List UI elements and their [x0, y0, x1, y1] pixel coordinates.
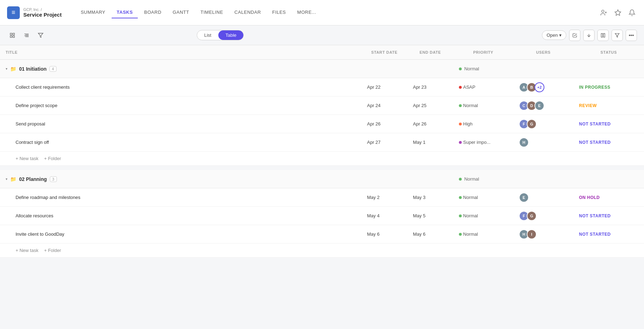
group-title-cell-2: ▾ 📁 02 Planning 3	[0, 173, 361, 186]
status-filter-dropdown[interactable]: Open ▾	[542, 30, 566, 40]
sort-direction-button[interactable]	[583, 30, 595, 41]
nav-summary[interactable]: SUMMARY	[76, 7, 110, 18]
task-end-date: Apr 25	[407, 99, 453, 112]
priority-dot	[459, 86, 462, 89]
task-end-date: May 5	[407, 210, 453, 222]
folder-icon-1: 📁	[10, 66, 16, 72]
task-start-date: May 4	[361, 210, 407, 222]
table-view-button[interactable]: Table	[218, 30, 243, 40]
list-view-button[interactable]: List	[197, 30, 218, 40]
bell-icon[interactable]	[627, 8, 637, 18]
nav-gantt[interactable]: GANTT	[168, 7, 194, 18]
avatar: E	[519, 193, 529, 202]
task-end-date: Apr 26	[407, 118, 453, 130]
group-count-2: 3	[50, 176, 57, 182]
task-title[interactable]: Define project scope	[16, 103, 58, 108]
task-status: NOT STARTED	[573, 210, 644, 222]
nav-timeline[interactable]: TIMELINE	[195, 7, 228, 18]
task-title-cell: Define roadmap and milestones	[0, 191, 361, 204]
task-row: Contract sign off Apr 27 May 1 Super imp…	[0, 133, 644, 152]
tasks-table: TITLE START DATE END DATE PRIORITY USERS…	[0, 45, 644, 258]
col-priority: PRIORITY	[453, 48, 513, 57]
status-filter-chevron: ▾	[559, 33, 562, 38]
task-title[interactable]: Contract sign off	[16, 140, 49, 145]
add-folder-button-2[interactable]: + Folder	[44, 248, 61, 253]
task-title-cell: Invite client to GoodDay	[0, 228, 361, 240]
task-end-date: May 3	[407, 191, 453, 204]
svg-marker-16	[615, 33, 619, 37]
priority-dot	[459, 233, 462, 236]
task-title[interactable]: Invite client to GoodDay	[16, 231, 64, 237]
svg-rect-15	[603, 33, 605, 37]
nav-files[interactable]: FILES	[267, 7, 291, 18]
sort-icon[interactable]	[21, 30, 32, 41]
col-start: START DATE	[361, 48, 407, 57]
group-priority-label-1: Normal	[464, 66, 479, 71]
task-title[interactable]: Define roadmap and milestones	[16, 195, 81, 200]
task-row: Allocate resources May 4 May 5 Normal F …	[0, 207, 644, 225]
task-title[interactable]: Allocate resources	[16, 213, 53, 218]
avatar: G	[527, 119, 537, 129]
task-start-date: Apr 24	[361, 99, 407, 112]
folder-icon-2: 📁	[10, 176, 16, 182]
task-title[interactable]: Send proposal	[16, 121, 45, 127]
view-toggle: List Table	[197, 30, 244, 40]
nav-tasks[interactable]: TASKS	[112, 7, 138, 18]
group-chevron-2[interactable]: ▾	[6, 177, 7, 181]
task-start-date: Apr 26	[361, 118, 407, 130]
avatar: G	[527, 211, 537, 221]
group-chevron-1[interactable]: ▾	[6, 67, 7, 71]
task-users: F G	[513, 116, 573, 133]
priority-label: Normal	[463, 231, 478, 237]
col-users: USERS	[513, 48, 573, 57]
svg-rect-4	[10, 33, 12, 35]
group-divider	[0, 166, 644, 170]
filter-icon[interactable]	[35, 30, 46, 41]
checkbox-filter-button[interactable]	[569, 30, 580, 41]
task-users: H	[513, 134, 573, 151]
group-initiation: ▾ 📁 01 Initiation 4 Normal	[0, 60, 644, 78]
task-title-cell: Send proposal	[0, 118, 361, 130]
task-title[interactable]: Collect client requirements	[16, 84, 70, 90]
nav-calendar[interactable]: CALENDAR	[230, 7, 266, 18]
task-start-date: May 6	[361, 228, 407, 240]
nav-more[interactable]: MORE...	[292, 7, 321, 18]
add-task-button-1[interactable]: + New task	[16, 156, 39, 161]
task-priority: Super impo...	[453, 136, 513, 148]
svg-point-0	[602, 10, 604, 12]
task-status: IN PROGRESS	[573, 81, 644, 93]
org-name: GCP, Inc. /	[23, 7, 61, 12]
more-dots-icon: •••	[629, 33, 634, 38]
toolbar: List Table Open ▾ •••	[0, 25, 644, 45]
more-options-button[interactable]: •••	[626, 30, 637, 41]
task-title-cell: Define project scope	[0, 99, 361, 112]
priority-label: High	[463, 121, 473, 127]
nav-board[interactable]: BOARD	[139, 7, 166, 18]
col-status: STATUS	[573, 48, 644, 57]
task-end-date: May 6	[407, 228, 453, 240]
star-icon[interactable]	[613, 8, 623, 18]
add-folder-button-1[interactable]: + Folder	[44, 156, 61, 161]
columns-button[interactable]	[597, 30, 609, 41]
avatar: H	[519, 137, 529, 147]
task-priority: Normal	[453, 99, 513, 112]
group-priority-2: Normal	[453, 173, 513, 185]
expand-icon[interactable]	[7, 30, 18, 41]
invite-icon[interactable]	[599, 8, 609, 18]
logo-icon: ≡	[7, 6, 20, 19]
task-status: ON HOLD	[573, 192, 644, 204]
avatar: E	[534, 101, 544, 111]
priority-label: Super impo...	[463, 140, 490, 145]
svg-rect-5	[13, 33, 14, 35]
add-task-button-2[interactable]: + New task	[16, 248, 39, 253]
priority-dot	[459, 141, 462, 144]
group-priority-dot-2	[459, 178, 462, 181]
task-priority: High	[453, 118, 513, 130]
group-priority-dot-1	[459, 67, 462, 70]
avatar: I	[527, 229, 537, 239]
avatar-count: +2	[534, 82, 544, 92]
task-priority: ASAP	[453, 81, 513, 93]
task-start-date: Apr 27	[361, 136, 407, 148]
task-title-cell: Contract sign off	[0, 136, 361, 148]
advanced-filter-button[interactable]	[611, 30, 623, 41]
